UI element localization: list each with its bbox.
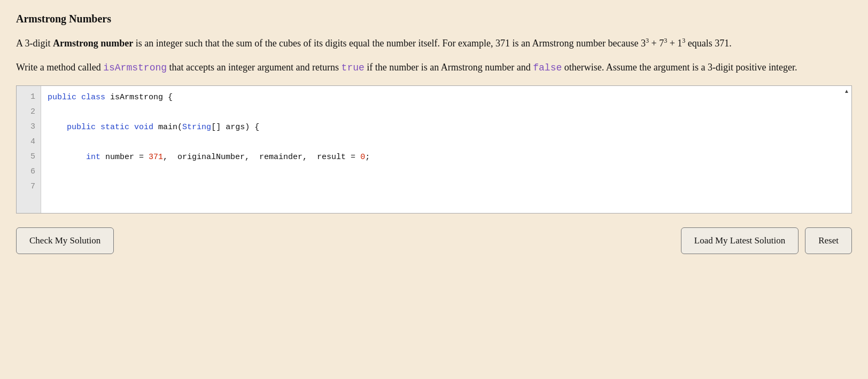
line-numbers: 1 2 3 4 5 6 7 <box>17 86 41 213</box>
code-line-7 <box>48 180 845 195</box>
reset-button[interactable]: Reset <box>805 227 852 254</box>
line-num-2: 2 <box>17 105 41 120</box>
left-buttons: Check My Solution <box>16 227 114 254</box>
description-paragraph-1: A 3-digit Armstrong number is an integer… <box>16 36 852 51</box>
code-line-4 <box>48 135 845 150</box>
page-title: Armstrong Numbers <box>16 13 852 25</box>
scroll-indicator: ▲ <box>842 86 851 213</box>
line-num-3: 3 <box>17 120 41 135</box>
code-line-1: public class isArmstrong { <box>48 90 845 105</box>
line-num-4: 4 <box>17 135 41 150</box>
method-name-inline: isArmstrong <box>103 62 167 73</box>
code-editor[interactable]: 1 2 3 4 5 6 7 public class isArmstrong {… <box>16 85 852 214</box>
code-line-6 <box>48 165 845 180</box>
code-line-3: public static void main(String[] args) { <box>48 120 845 135</box>
line-num-6: 6 <box>17 165 41 180</box>
description-block: A 3-digit Armstrong number is an integer… <box>16 36 852 76</box>
line-num-7: 7 <box>17 180 41 195</box>
check-solution-button[interactable]: Check My Solution <box>16 227 114 254</box>
bottom-bar: Check My Solution Load My Latest Solutio… <box>16 222 852 259</box>
false-keyword: false <box>533 62 562 73</box>
code-line-5: int number = 371, originalNumber, remain… <box>48 150 845 165</box>
line-num-5: 5 <box>17 150 41 165</box>
code-content[interactable]: public class isArmstrong { public static… <box>41 86 851 213</box>
description-paragraph-2: Write a method called isArmstrong that a… <box>16 60 852 76</box>
scroll-up-arrow[interactable]: ▲ <box>844 88 849 94</box>
true-keyword: true <box>342 62 365 73</box>
code-line-2 <box>48 105 845 120</box>
line-num-1: 1 <box>17 90 41 105</box>
load-latest-solution-button[interactable]: Load My Latest Solution <box>681 227 799 254</box>
right-buttons: Load My Latest Solution Reset <box>681 227 852 254</box>
